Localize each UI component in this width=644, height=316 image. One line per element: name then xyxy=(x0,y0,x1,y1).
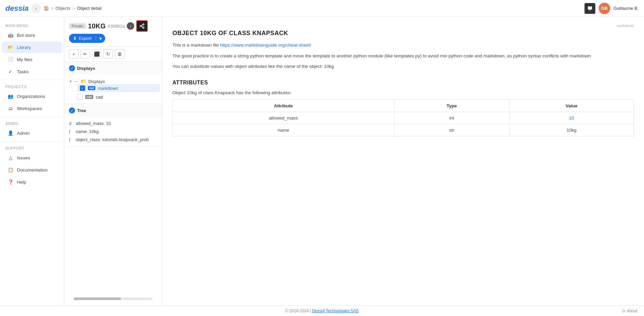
help-icon: ❓ xyxy=(7,179,14,185)
svg-line-6 xyxy=(141,25,143,26)
back-button[interactable]: ‹ xyxy=(31,4,41,13)
tree-title: Tree xyxy=(77,108,86,113)
about-circle-icon: ⊙ xyxy=(622,309,625,313)
svg-point-4 xyxy=(143,27,144,28)
logo: dessia xyxy=(5,4,29,13)
export-dropdown-button[interactable]: ▾ xyxy=(96,36,105,41)
tree-attr-1-text: allowed_mass: 10 xyxy=(76,121,111,126)
tree-section-header[interactable]: ✓ Tree xyxy=(64,104,162,117)
copy-button[interactable]: ⬛ xyxy=(92,49,101,59)
type-cell-1: int xyxy=(394,112,509,124)
delete-button[interactable]: 🗑 xyxy=(115,49,124,59)
org-icon: 👥 xyxy=(7,93,14,99)
tree-content: # allowed_mass: 10 I name: 10kg I object… xyxy=(64,117,162,147)
info-button[interactable]: i xyxy=(127,22,134,30)
displays-section-header[interactable]: ✓ Displays xyxy=(64,62,162,75)
sidebar-item-help[interactable]: ❓ Help xyxy=(2,176,62,188)
topbar-right: GB Guillaume B. xyxy=(585,3,639,14)
sidebar-admin-label: Admin xyxy=(17,131,30,136)
toolbar: + ✏ ⬛ ↻ 🗑 xyxy=(64,47,162,62)
cad-label: cad xyxy=(96,95,103,100)
refresh-button[interactable]: ↻ xyxy=(103,49,113,59)
issues-icon: △ xyxy=(7,155,14,161)
sidebar-myfiles-label: My files xyxy=(17,57,32,62)
sidebar-item-library[interactable]: 📂 Library xyxy=(2,42,62,53)
notification-button[interactable] xyxy=(585,3,595,14)
left-panel: Private 10KG #30952a i ⬇ Export ▾ xyxy=(64,17,162,306)
object-id: #30952a xyxy=(108,24,125,29)
markdown-checkbox[interactable]: ✓ xyxy=(80,85,85,91)
notification-icon xyxy=(587,6,593,11)
markdown-content-label: markdown xyxy=(172,24,634,28)
attr-cell-2: name xyxy=(173,124,395,136)
content-area: Private 10KG #30952a i ⬇ Export ▾ xyxy=(64,17,644,306)
username: Guillaume B. xyxy=(614,6,639,11)
share-button[interactable] xyxy=(136,20,148,32)
cad-display-row[interactable]: cad cad xyxy=(77,93,157,101)
library-icon: 📂 xyxy=(7,44,14,50)
sidebar-item-admin[interactable]: 👤 Admin xyxy=(2,127,62,139)
value-cell-1[interactable]: 10 xyxy=(509,112,634,124)
displays-folder-label: Displays xyxy=(88,79,105,84)
sidebar-item-issues[interactable]: △ Issues xyxy=(2,152,62,163)
svg-point-2 xyxy=(143,24,144,25)
avatar[interactable]: GB xyxy=(599,3,610,14)
para-1-text-before: This is a markdown file xyxy=(172,43,220,48)
svg-point-3 xyxy=(140,25,141,27)
export-group: ⬇ Export ▾ xyxy=(69,34,105,43)
italic-icon-1: I xyxy=(69,129,74,134)
sidebar-item-workspaces[interactable]: 🗂 Workspaces xyxy=(2,103,62,114)
type-cell-2: str xyxy=(394,124,509,136)
attributes-intro: Object 10kg of class Knapsack has the fo… xyxy=(172,89,634,97)
horizontal-scrollbar[interactable] xyxy=(74,297,152,300)
sidebar-item-organizations[interactable]: 👥 Organizations xyxy=(2,90,62,102)
sidebar-item-bot-store[interactable]: 🤖 Bot store xyxy=(2,29,62,41)
displays-content: ▼ — 📁 Displays ✓ md markdown cad xyxy=(64,75,162,104)
tree-check-icon: ✓ xyxy=(69,107,75,113)
add-button[interactable]: + xyxy=(69,49,78,59)
main-layout: Main menu 🤖 Bot store 📂 Library 📄 My fil… xyxy=(0,17,644,306)
tree-attr-3: I object_class: tutorials.knapsack_prob xyxy=(69,136,157,144)
markdown-guide-link[interactable]: https://www.markdownguide.org/cheat-shee… xyxy=(220,43,311,48)
displays-title: Displays xyxy=(77,66,95,71)
sidebar-library-label: Library xyxy=(17,45,31,50)
sidebar: Main menu 🤖 Bot store 📂 Library 📄 My fil… xyxy=(0,17,64,306)
share-icon xyxy=(139,23,145,29)
breadcrumb-sep1: > xyxy=(51,6,54,11)
breadcrumb-objects[interactable]: Objects xyxy=(55,6,70,11)
breadcrumb: 🏠 > Objects > Object detail xyxy=(44,6,102,11)
hash-icon-1: # xyxy=(69,121,74,126)
sidebar-item-documentation[interactable]: 📋 Documentation xyxy=(2,164,62,176)
sidebar-item-my-files[interactable]: 📄 My files xyxy=(2,54,62,65)
collapse-arrow[interactable]: ▼ xyxy=(69,80,72,83)
markdown-display-row[interactable]: ✓ md markdown xyxy=(77,84,160,92)
sidebar-help-label: Help xyxy=(17,180,26,185)
bot-store-icon: 🤖 xyxy=(7,32,14,38)
footer-company-link[interactable]: DessiA Technologies SAS xyxy=(312,309,359,313)
sidebar-org-label: Organizations xyxy=(17,94,45,99)
cad-checkbox[interactable] xyxy=(77,94,82,100)
tasks-icon: ✓ xyxy=(7,69,14,75)
italic-icon-2: I xyxy=(69,137,74,142)
export-download-icon: ⬇ xyxy=(73,36,77,41)
sidebar-divider-3 xyxy=(0,141,64,141)
edit-button[interactable]: ✏ xyxy=(80,49,90,59)
content-heading: OBJECT 10KG OF CLASS KNAPSACK xyxy=(172,30,634,37)
table-row: name str 10kg xyxy=(173,124,634,136)
tree-attr-3-text: object_class: tutorials.knapsack_prob xyxy=(76,137,149,142)
para-1: This is a markdown file https://www.mark… xyxy=(172,42,634,49)
sidebar-docs-label: Documentation xyxy=(17,167,48,173)
footer-about[interactable]: ⊙ About xyxy=(622,309,637,313)
workspace-icon: 🗂 xyxy=(7,105,14,111)
cad-type-badge: cad xyxy=(85,95,93,99)
table-header-row: Attribute Type Value xyxy=(173,100,634,112)
main-content: markdown OBJECT 10KG OF CLASS KNAPSACK T… xyxy=(162,17,644,306)
tree-section: ✓ Tree # allowed_mass: 10 I name: 10kg I… xyxy=(64,104,162,147)
sidebar-item-tasks[interactable]: ✓ Tasks xyxy=(2,66,62,77)
table-row: allowed_mass int 10 xyxy=(173,112,634,124)
sidebar-divider-2 xyxy=(0,116,64,117)
sidebar-tasks-label: Tasks xyxy=(17,69,29,74)
export-button[interactable]: ⬇ Export xyxy=(69,34,96,43)
breadcrumb-home-icon[interactable]: 🏠 xyxy=(44,6,49,11)
private-label: Private xyxy=(69,23,86,29)
